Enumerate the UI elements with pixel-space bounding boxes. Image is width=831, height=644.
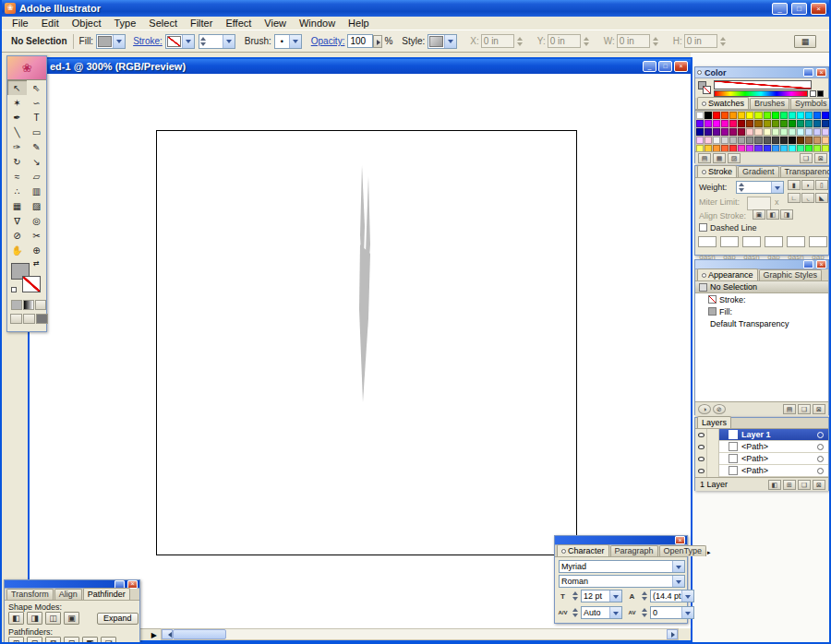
swatch[interactable]	[738, 112, 745, 119]
menu-item[interactable]: Filter	[184, 18, 219, 29]
kerning-dropdown[interactable]: Auto	[581, 606, 622, 619]
miter-limit-field[interactable]	[747, 197, 771, 210]
scroll-left-icon[interactable]	[162, 629, 173, 639]
coordinate-field[interactable]: 0 in	[548, 34, 581, 48]
appearance-close-icon[interactable]: ×	[816, 260, 826, 268]
swatch[interactable]	[797, 137, 804, 144]
swatch[interactable]	[696, 137, 704, 144]
swap-fill-stroke-icon[interactable]: ⇄	[33, 259, 40, 268]
weight-stepper[interactable]	[737, 183, 745, 192]
swatch[interactable]	[738, 128, 745, 136]
zoom-tool-icon[interactable]: ⊕	[27, 243, 46, 257]
align-center-icon[interactable]: ▣	[753, 209, 765, 220]
swatch[interactable]	[746, 112, 753, 119]
swatch[interactable]	[713, 128, 720, 136]
swatch[interactable]	[780, 128, 788, 136]
layer-path-row[interactable]: <Path>	[695, 441, 828, 453]
swatch[interactable]	[721, 128, 729, 136]
swatch[interactable]	[789, 137, 796, 144]
full-screen-mode-button[interactable]	[36, 314, 48, 324]
dashed-line-checkbox[interactable]	[699, 223, 707, 232]
swatch[interactable]	[696, 120, 704, 127]
swatch[interactable]	[729, 120, 737, 127]
coordinate-field[interactable]: 0 in	[684, 34, 717, 48]
selection-tool-icon[interactable]: ↖	[7, 80, 27, 95]
tab-gradient[interactable]: Gradient	[738, 166, 779, 177]
character-close-icon[interactable]: ×	[675, 536, 685, 544]
swatch[interactable]	[754, 112, 762, 119]
none-color-display[interactable]	[714, 80, 812, 89]
swatch[interactable]	[813, 137, 821, 144]
swatch[interactable]	[772, 120, 779, 127]
scale-tool-icon[interactable]: ↘	[27, 154, 46, 169]
tab-appearance[interactable]: Appearance	[697, 268, 758, 280]
lock-toggle[interactable]	[707, 441, 719, 453]
default-fill-stroke-icon[interactable]	[11, 287, 17, 292]
pathfinder-icon[interactable]: ⊞	[8, 637, 24, 644]
appearance-row-no-selection[interactable]: No Selection	[695, 281, 828, 293]
visibility-toggle[interactable]	[695, 429, 707, 441]
path-name[interactable]: <Path>	[741, 466, 817, 475]
delete-item-icon[interactable]: ⊠	[813, 404, 825, 414]
menu-item[interactable]: Select	[142, 18, 184, 29]
menu-item[interactable]: Edit	[35, 18, 66, 29]
swatch[interactable]	[822, 137, 829, 144]
butt-cap-icon[interactable]: ▮	[788, 180, 801, 190]
tab-align[interactable]: Align	[54, 589, 82, 600]
swatch[interactable]	[780, 120, 788, 127]
tracking-stepper[interactable]	[640, 608, 648, 617]
duplicate-item-icon[interactable]: ❏	[798, 404, 811, 414]
paintbrush-tool-icon[interactable]: ✑	[7, 139, 27, 154]
scissors-tool-icon[interactable]: ✂	[27, 228, 46, 243]
tab-graphic-styles[interactable]: Graphic Styles	[759, 269, 823, 280]
coordinate-stepper[interactable]	[652, 37, 660, 46]
swatch[interactable]	[746, 120, 753, 127]
layer-name[interactable]: Layer 1	[741, 430, 817, 439]
font-size-stepper[interactable]	[571, 591, 579, 601]
tab-transform[interactable]: Transform	[6, 589, 54, 600]
swatch[interactable]	[764, 128, 771, 136]
bevel-join-icon[interactable]: ◣	[815, 193, 828, 203]
swatch[interactable]	[696, 112, 704, 119]
swatch[interactable]	[729, 112, 737, 119]
path-name[interactable]: <Path>	[741, 442, 817, 451]
color-panel-title-bar[interactable]: Color _ ×	[695, 67, 828, 78]
pathfinder-icon[interactable]: ◪	[101, 637, 116, 644]
swatch[interactable]	[764, 112, 771, 119]
swatch[interactable]	[764, 137, 771, 144]
visibility-toggle[interactable]	[695, 441, 707, 453]
delete-layer-icon[interactable]: ⊠	[813, 480, 825, 490]
visibility-toggle[interactable]	[695, 465, 707, 477]
warp-tool-icon[interactable]: ≈	[7, 169, 27, 184]
pathfinder-icon[interactable]: ⊡	[64, 637, 79, 644]
mesh-tool-icon[interactable]: ▦	[7, 198, 27, 213]
swatch[interactable]	[797, 128, 804, 136]
swatch[interactable]	[746, 128, 753, 136]
free-transform-tool-icon[interactable]: ▱	[27, 169, 46, 184]
menu-item[interactable]: Window	[293, 18, 342, 29]
kerning-stepper[interactable]	[571, 608, 579, 617]
shape-mode-icon[interactable]: ◫	[45, 612, 61, 625]
color-close-icon[interactable]: ×	[816, 68, 826, 77]
swatch[interactable]	[705, 137, 712, 144]
swatch[interactable]	[729, 128, 737, 136]
round-cap-icon[interactable]: ◗	[801, 180, 814, 190]
appearance-minimize-icon[interactable]: _	[803, 260, 813, 268]
menu-item[interactable]: Type	[108, 18, 143, 29]
palette-well-icon[interactable]: ▦	[794, 35, 816, 48]
color-stroke-indicator[interactable]	[703, 86, 711, 94]
lock-toggle[interactable]	[707, 453, 719, 465]
none-button[interactable]	[35, 300, 46, 310]
close-button[interactable]: ×	[811, 3, 826, 15]
swatch[interactable]	[813, 120, 821, 127]
stroke-swatch[interactable]	[22, 276, 41, 292]
expand-button[interactable]: Expand	[97, 613, 138, 625]
swatch[interactable]	[789, 128, 796, 136]
projecting-cap-icon[interactable]: ▯	[815, 180, 828, 190]
coordinate-stepper[interactable]	[719, 37, 728, 46]
swatch[interactable]	[754, 137, 762, 144]
swatch[interactable]	[805, 137, 813, 144]
status-popup-icon[interactable]: ▶	[151, 631, 157, 639]
menu-item[interactable]: View	[258, 18, 293, 29]
color-button[interactable]	[11, 300, 22, 310]
